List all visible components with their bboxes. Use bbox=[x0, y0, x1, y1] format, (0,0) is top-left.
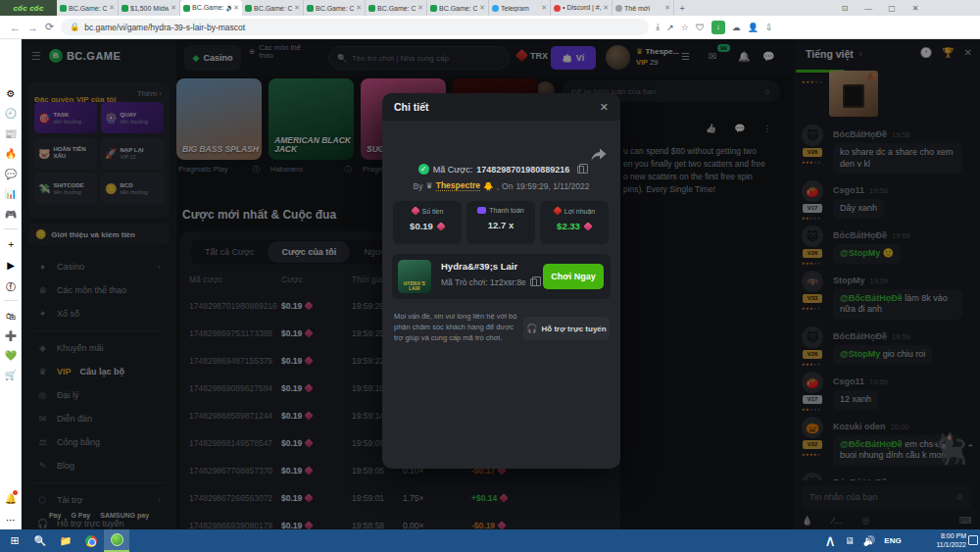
save-page-icon[interactable]: ⤓ bbox=[656, 22, 660, 32]
language-indicator[interactable]: ENG bbox=[880, 529, 906, 552]
chat-username[interactable]: BócBátHọĐề bbox=[833, 477, 887, 480]
action-center-icon[interactable] bbox=[968, 535, 978, 545]
tab-close-icon[interactable]: ✕ bbox=[664, 4, 670, 12]
chat-username[interactable]: BócBátHọĐề bbox=[833, 331, 887, 341]
chat-username[interactable]: BócBátHọĐề bbox=[833, 230, 887, 240]
cart-icon[interactable]: 🛒 bbox=[0, 370, 22, 381]
share-page-icon[interactable]: ↗ bbox=[666, 23, 674, 32]
profile-icon[interactable]: 👤 bbox=[748, 23, 759, 32]
sidebar-item-công-bằng[interactable]: ⚖Công bằng bbox=[22, 430, 176, 454]
tab-close-icon[interactable]: ✕ bbox=[356, 4, 362, 12]
chat-message[interactable]: 🍅V17●●●●●Csgo1119:58Dây xanh bbox=[794, 177, 980, 222]
chat-message[interactable]: 🦇V33●●●●●StopMy19:59@BốcBátHọĐề làm 8k v… bbox=[794, 268, 980, 323]
browser-tab[interactable]: Thẻ mới✕ bbox=[612, 0, 674, 16]
facebook-icon[interactable]: ⓕ bbox=[0, 281, 22, 293]
avatar[interactable] bbox=[606, 45, 630, 70]
game-card[interactable]: AMERICAN BLACK JACK bbox=[269, 78, 354, 160]
scroll-up-icon[interactable]: ⌃ bbox=[966, 443, 974, 453]
vip-chip[interactable]: 🐷HOÀN TIỀN XẤU bbox=[34, 137, 97, 169]
chrome-icon[interactable] bbox=[78, 529, 104, 552]
url-text[interactable]: bc.game/vi/game/hydra-39-s-lair-by-masco… bbox=[84, 23, 245, 32]
chat-username[interactable]: BócBátHọĐề bbox=[833, 129, 887, 139]
keyboard-icon[interactable]: ⌨ bbox=[959, 516, 972, 526]
wechat-icon[interactable]: 💚 bbox=[0, 350, 22, 362]
tab-sports[interactable]: ⊕ Các môn thể thao bbox=[249, 44, 310, 60]
copy-game-code-icon[interactable] bbox=[530, 278, 537, 286]
bet-list-icon[interactable]: ☰ bbox=[681, 51, 690, 62]
bet-username[interactable]: Thespectre bbox=[436, 180, 480, 191]
copy-bet-id-icon[interactable] bbox=[577, 166, 584, 174]
close-window-button[interactable]: ✕ bbox=[904, 0, 927, 16]
history-icon[interactable]: 🕘 bbox=[0, 108, 22, 120]
bookmark-star-icon[interactable]: ☆ bbox=[681, 23, 689, 32]
sidebar-item-vip-câu-lạc-bộ[interactable]: ♛VIPCâu lạc bộ bbox=[22, 360, 176, 383]
browser-tab[interactable]: BC.Game: Cry✕ bbox=[366, 0, 427, 16]
chat-close-icon[interactable]: ✕ bbox=[964, 47, 972, 58]
network-icon[interactable]: 🖥 bbox=[841, 529, 858, 552]
file-explorer-icon[interactable]: 📁 bbox=[53, 529, 78, 552]
tab-casino[interactable]: ◆ Casino bbox=[184, 45, 241, 71]
bcgame-logo[interactable]: B BC.GAME bbox=[49, 49, 121, 63]
tray-chevron-icon[interactable]: ∧ bbox=[821, 529, 839, 552]
tab-close-icon[interactable]: ✕ bbox=[417, 4, 423, 12]
sidebar-item-diễn-đàn[interactable]: ✉Diễn đàn bbox=[22, 407, 176, 430]
chevron-right-icon[interactable]: › bbox=[859, 49, 862, 59]
downloads-icon[interactable]: ⇩ bbox=[765, 23, 773, 32]
maximize-button[interactable]: ▢ bbox=[880, 0, 904, 16]
tab-close-icon[interactable]: ✕ bbox=[603, 4, 609, 12]
username[interactable]: ♛ Thespe... bbox=[636, 47, 679, 56]
taskbar-search-icon[interactable]: 🔍 bbox=[27, 529, 53, 552]
hamburger-icon[interactable]: ☰ bbox=[31, 50, 41, 63]
browser-tab[interactable]: • Discord | #🔊✕ bbox=[551, 0, 612, 16]
url-box[interactable]: 🔒 bc.game/vi/game/hydra-39-s-lair-by-mas… bbox=[61, 19, 649, 35]
sidebar-item-casino[interactable]: ♦Casino› bbox=[22, 255, 176, 278]
sidebar-item-tài-trợ[interactable]: ⬡Tài trợ› bbox=[22, 488, 176, 512]
referral-banner[interactable]: 🪙 Giới thiệu và kiếm tiền bbox=[28, 224, 170, 245]
tab-close-icon[interactable]: ✕ bbox=[479, 4, 485, 12]
youtube-icon[interactable]: ▶ bbox=[0, 260, 22, 272]
browser-tab[interactable]: $1,500 Midwe✕ bbox=[119, 0, 180, 16]
chat-message[interactable]: 🐱V26●●●●●BócBátHọĐề19:59@StopMy gio chiu… bbox=[794, 324, 980, 368]
sync-icon[interactable]: ☁ bbox=[732, 23, 741, 32]
chat-username[interactable]: StopMy bbox=[833, 276, 865, 285]
game-card[interactable]: BIG BASS SPLASH bbox=[176, 78, 262, 160]
gif-icon[interactable]: ◎ bbox=[862, 516, 870, 526]
chat-message[interactable]: 🐱V26●●●●●BócBátHọĐề19:58ko share dc a sh… bbox=[794, 122, 980, 176]
vip-chip[interactable]: 🎯TASKtiền thưởng bbox=[34, 102, 97, 133]
browser-tab[interactable]: BC.Game: Cry✕ bbox=[242, 0, 304, 16]
tab-search-icon[interactable]: ⊡ bbox=[833, 0, 857, 16]
chat-commands-icon[interactable]: ∕… bbox=[832, 516, 843, 526]
chat-emoji-icon[interactable]: ☺ bbox=[956, 492, 964, 502]
volume-icon[interactable]: 🔊 bbox=[860, 529, 878, 552]
trophy-icon[interactable]: 🏆 bbox=[942, 47, 954, 58]
messenger-icon[interactable]: 💬 bbox=[0, 169, 22, 180]
coin-rain-icon[interactable]: 💧 bbox=[802, 516, 812, 526]
game-thumbnail[interactable]: HYDRA'S LAIR bbox=[398, 260, 431, 293]
reload-icon[interactable]: ⟳ bbox=[45, 21, 54, 33]
chat-username[interactable]: Csgo11 bbox=[833, 376, 864, 386]
vip-chip[interactable]: 💸SHITCODEtiền thưởng bbox=[34, 173, 97, 204]
chat-message[interactable]: 🍅V17●●●●●Csgo1119:5912 xanh bbox=[794, 369, 980, 413]
games-icon[interactable]: 🎮 bbox=[0, 209, 22, 221]
sidebar-item-blog[interactable]: ✎Blog bbox=[22, 454, 176, 477]
browser-tab[interactable]: BC.Game: Cry✕ bbox=[427, 0, 489, 16]
live-support-button[interactable]: 🎧 Hỗ trợ trực tuyến bbox=[523, 317, 610, 340]
update-icon[interactable]: ↓ bbox=[711, 21, 725, 34]
chat-message-input[interactable]: Tin nhắn của bạn ☺ bbox=[802, 485, 972, 509]
settings-icon[interactable]: ⚙ bbox=[0, 88, 22, 100]
tab-close-icon[interactable]: ✕ bbox=[294, 4, 300, 12]
table-row[interactable]: 174829866939080179$0.1919:58:580.00×-$0.… bbox=[179, 512, 620, 529]
like-icon[interactable]: 👍 bbox=[706, 124, 716, 133]
modal-close-icon[interactable]: ✕ bbox=[600, 101, 609, 114]
bets-tab[interactable]: Tất cả Cược bbox=[191, 241, 268, 263]
chat-rules-icon[interactable]: 🕐 bbox=[920, 47, 932, 58]
chat-message[interactable]: 🐱V26●●●●●BócBátHọĐề20:00vo no khoa me tk… bbox=[794, 470, 980, 480]
table-row[interactable]: 174829867266563072$0.1919:59:011.75×+$0.… bbox=[179, 484, 620, 512]
chat-username[interactable]: Csgo11 bbox=[833, 185, 864, 195]
mail-icon[interactable]: ✉ bbox=[709, 51, 716, 62]
add-icon[interactable]: ＋ bbox=[0, 238, 22, 250]
sidebar-item-đại-lý[interactable]: ◎Đại lý bbox=[22, 383, 176, 407]
shopee-icon[interactable]: 🛍 bbox=[0, 311, 22, 323]
notifications-icon[interactable]: 🔔 bbox=[0, 493, 22, 505]
hot-icon[interactable]: 🔥 bbox=[0, 148, 22, 160]
